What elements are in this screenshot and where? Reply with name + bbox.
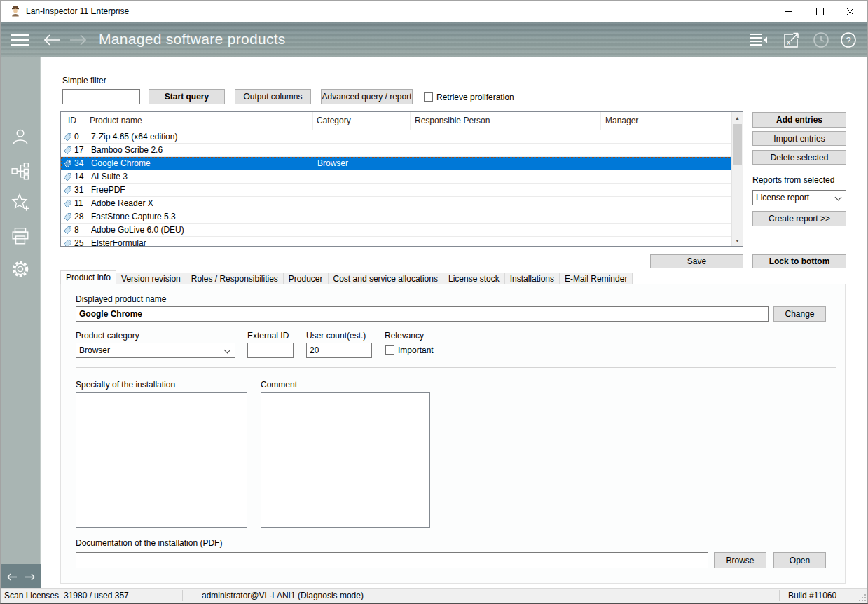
row-id: 8 <box>73 225 91 235</box>
documentation-label: Documentation of the installation (PDF) <box>76 538 222 548</box>
output-columns-button[interactable]: Output columns <box>235 89 311 104</box>
chevron-down-icon <box>835 194 842 201</box>
simple-filter-input[interactable] <box>62 89 140 104</box>
history-clock-icon[interactable] <box>813 32 829 48</box>
table-row[interactable]: 25ElsterFormular <box>61 237 731 246</box>
scrollbar-thumb[interactable] <box>733 124 742 165</box>
tab-e-mail-reminder[interactable]: E-Mail Reminder <box>560 273 633 284</box>
scroll-up-icon[interactable]: ▲ <box>732 112 743 123</box>
row-id: 0 <box>73 132 91 142</box>
back-icon[interactable] <box>44 34 61 46</box>
row-id: 28 <box>73 212 91 221</box>
user-session: administrator@VL-LANI1 (Diagnosis mode) <box>202 591 364 600</box>
table-scrollbar[interactable]: ▲ ▼ <box>731 112 743 246</box>
important-checkbox[interactable] <box>385 345 394 355</box>
external-id-input[interactable] <box>247 343 294 358</box>
simple-filter-label: Simple filter <box>62 76 106 85</box>
import-entries-button[interactable]: Import entries <box>752 131 846 146</box>
product-table: IDProduct nameCategoryResponsible Person… <box>60 111 743 247</box>
help-icon[interactable]: ? <box>840 32 857 48</box>
gear-icon[interactable] <box>9 258 32 280</box>
row-id: 11 <box>73 198 91 208</box>
tag-icon <box>63 239 73 247</box>
license-count: 31980 / used 357 <box>64 591 129 600</box>
row-product-name: Adobe GoLive 6.0 (DEU) <box>91 225 317 235</box>
tab-cost-and-service-allocations[interactable]: Cost and service allocations <box>329 273 443 284</box>
row-product-name: Google Chrome <box>91 158 317 168</box>
column-header[interactable]: Manager <box>601 112 731 130</box>
row-id: 17 <box>73 145 91 155</box>
row-product-name: FreePDF <box>91 185 317 195</box>
table-row[interactable]: 31FreePDF <box>61 184 731 197</box>
open-button[interactable]: Open <box>773 552 826 568</box>
svg-text:?: ? <box>846 34 850 45</box>
column-header[interactable]: ID <box>61 112 85 130</box>
specialty-textarea[interactable] <box>76 392 247 528</box>
tag-icon <box>63 212 73 221</box>
app-header: Managed software products x ? <box>1 22 867 57</box>
create-report-button[interactable]: Create report >> <box>752 211 846 226</box>
nav-forward-icon[interactable] <box>25 573 35 581</box>
advanced-query-button[interactable]: Advanced query / report <box>321 89 413 104</box>
tag-icon <box>63 159 73 168</box>
menu-icon[interactable] <box>11 33 30 47</box>
panel-list-icon[interactable] <box>749 32 769 48</box>
comment-textarea[interactable] <box>261 392 430 528</box>
product-category-select[interactable]: Browser <box>76 343 235 358</box>
start-query-button[interactable]: Start query <box>149 89 225 104</box>
tab-license-stock[interactable]: License stock <box>443 273 505 284</box>
tab-roles-responsibilities[interactable]: Roles / Responsibilities <box>186 273 284 284</box>
table-row[interactable]: 17Bamboo Scribe 2.6 <box>61 144 731 157</box>
documentation-input[interactable] <box>76 552 708 568</box>
column-header[interactable]: Product name <box>85 112 313 130</box>
table-row[interactable]: 28FastStone Capture 5.3 <box>61 210 731 224</box>
retrieve-proliferation-checkbox[interactable] <box>424 92 433 102</box>
table-row[interactable]: 8Adobe GoLive 6.0 (DEU) <box>61 224 731 237</box>
tag-icon <box>63 199 73 208</box>
tag-icon <box>63 186 73 195</box>
change-button[interactable]: Change <box>773 306 826 322</box>
export-icon[interactable]: x <box>783 32 799 48</box>
displayed-product-name-label: Displayed product name <box>76 294 166 304</box>
resize-grip[interactable] <box>859 594 866 601</box>
nav-back-icon[interactable] <box>7 573 18 581</box>
window-title: Lan-Inspector 11 Enterprise <box>26 6 129 16</box>
table-row[interactable]: 34Google ChromeBrowser <box>61 157 731 170</box>
forward-icon[interactable] <box>69 34 86 46</box>
report-type-select[interactable]: License report <box>752 190 846 205</box>
add-entries-button[interactable]: Add entries <box>752 112 846 128</box>
table-row[interactable]: 14AI Suite 3 <box>61 170 731 184</box>
row-product-name: Adobe Reader X <box>91 198 317 208</box>
tab-installations[interactable]: Installations <box>505 273 560 284</box>
network-tree-icon[interactable] <box>9 160 32 182</box>
minimize-button[interactable] <box>773 1 804 22</box>
table-body: 07-Zip 4.65 (x64 edition)17Bamboo Scribe… <box>61 130 731 246</box>
save-button[interactable]: Save <box>650 254 743 268</box>
chevron-down-icon <box>224 347 231 354</box>
table-row[interactable]: 07-Zip 4.65 (x64 edition) <box>61 130 731 144</box>
tab-producer[interactable]: Producer <box>284 273 329 284</box>
row-product-name: FastStone Capture 5.3 <box>91 212 317 221</box>
tab-product-info[interactable]: Product info <box>60 270 116 284</box>
column-header[interactable]: Responsible Person <box>411 112 601 130</box>
tag-icon <box>63 146 73 155</box>
sidebar-history-nav <box>1 564 41 590</box>
row-product-name: AI Suite 3 <box>91 172 317 181</box>
browse-button[interactable]: Browse <box>714 552 766 568</box>
tab-version-revision[interactable]: Version revision <box>116 273 186 284</box>
lock-to-bottom-button[interactable]: Lock to bottom <box>752 254 846 268</box>
close-button[interactable] <box>834 1 866 22</box>
user-count-input[interactable] <box>306 343 372 358</box>
displayed-product-name-input[interactable] <box>76 306 769 322</box>
table-row[interactable]: 11Adobe Reader X <box>61 197 731 210</box>
user-icon[interactable] <box>9 125 32 148</box>
delete-selected-button[interactable]: Delete selected <box>752 150 846 165</box>
row-id: 25 <box>73 238 91 246</box>
sidebar <box>1 57 41 590</box>
printer-icon[interactable] <box>9 225 32 247</box>
scroll-down-icon[interactable]: ▼ <box>732 235 743 246</box>
titlebar: Lan-Inspector 11 Enterprise <box>1 1 867 22</box>
maximize-button[interactable] <box>804 1 836 22</box>
column-header[interactable]: Category <box>313 112 411 130</box>
star-add-icon[interactable] <box>9 191 32 214</box>
